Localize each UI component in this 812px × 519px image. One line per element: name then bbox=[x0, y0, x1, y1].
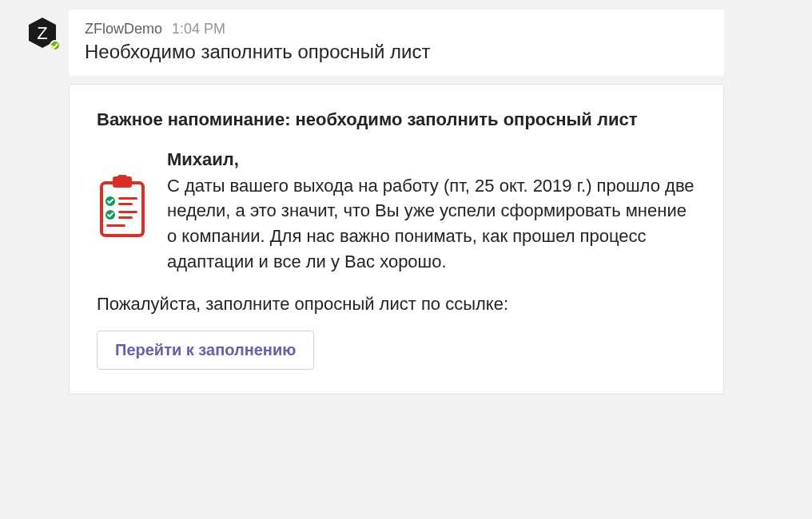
timestamp: 1:04 PM bbox=[172, 21, 225, 38]
card-title: Важное напоминание: необходимо заполнить… bbox=[97, 109, 696, 132]
message-bubble: ZFlowDemo 1:04 PM Необходимо заполнить о… bbox=[69, 10, 724, 76]
svg-rect-7 bbox=[118, 197, 137, 200]
message-subject: Необходимо заполнить опросный лист bbox=[85, 41, 708, 63]
svg-rect-11 bbox=[106, 224, 125, 227]
message-body: ZFlowDemo 1:04 PM Необходимо заполнить о… bbox=[69, 10, 812, 394]
clipboard-checklist-icon bbox=[97, 175, 148, 239]
sender-name: ZFlowDemo bbox=[85, 21, 162, 38]
adaptive-card: Важное напоминание: необходимо заполнить… bbox=[69, 84, 724, 394]
fill-survey-button[interactable]: Перейти к заполнению bbox=[97, 331, 314, 370]
card-footer-text: Пожалуйста, заполните опросный лист по с… bbox=[97, 294, 696, 315]
card-icon-column bbox=[97, 149, 151, 242]
svg-rect-4 bbox=[117, 175, 127, 180]
svg-rect-9 bbox=[118, 211, 137, 213]
card-body-text: С даты вашего выхода на работу (пт, 25 о… bbox=[167, 173, 696, 275]
avatar: Z bbox=[26, 16, 59, 50]
svg-rect-10 bbox=[118, 216, 133, 219]
svg-rect-2 bbox=[102, 183, 143, 236]
card-content-row: Михаил, С даты вашего выхода на работу (… bbox=[97, 149, 696, 275]
message-header: ZFlowDemo 1:04 PM bbox=[85, 21, 708, 38]
presence-available-icon bbox=[50, 40, 61, 51]
svg-rect-8 bbox=[118, 203, 133, 205]
svg-text:Z: Z bbox=[37, 23, 47, 43]
card-text-column: Михаил, С даты вашего выхода на работу (… bbox=[167, 149, 696, 275]
chat-message: Z ZFlowDemo 1:04 PM Необходимо заполнить… bbox=[0, 0, 812, 394]
card-greeting: Михаил, bbox=[167, 149, 696, 170]
